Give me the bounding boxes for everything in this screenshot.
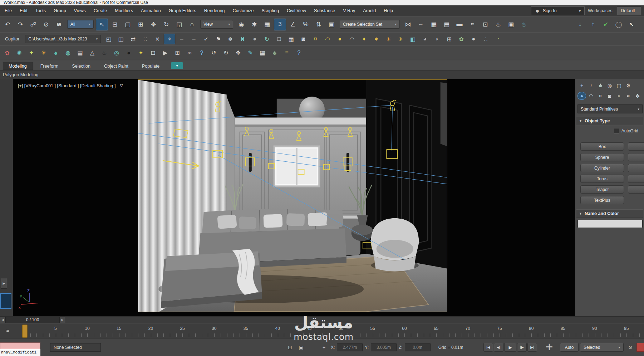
frame-back-button[interactable]: ◄ — [0, 317, 5, 323]
maxscript-listener-field[interactable]: nnay_modificati — [0, 349, 40, 356]
teapot-icon[interactable]: ♨ — [99, 48, 110, 58]
small-grid-icon[interactable]: ▦ — [257, 48, 268, 58]
menu-item[interactable]: Graph Editors — [165, 5, 200, 16]
mini-curve-editor-button[interactable]: ≈ — [3, 326, 12, 336]
primitive-button-partial[interactable]: P — [628, 175, 644, 183]
rendered-frame-icon[interactable]: ▣ — [505, 19, 517, 30]
hierarchy-tab-icon[interactable]: ⋔ — [596, 82, 605, 89]
ribbon-toggle-icon[interactable]: ▬ — [453, 19, 466, 30]
project-path-dropdown[interactable]: C:\Users\wan\...\3ds Max 2023 ▾ — [25, 35, 101, 43]
gray-sphere-icon[interactable]: ● — [249, 34, 260, 44]
menu-item[interactable]: Modifiers — [111, 5, 137, 16]
scene-explorer-icon[interactable]: ▦ — [428, 19, 440, 30]
car-icon[interactable]: ∞ — [184, 48, 195, 58]
ribbon-config-button[interactable]: ▾ — [171, 62, 183, 69]
create-selection-set-dropdown[interactable]: Create Selection Set ▾ — [340, 20, 400, 29]
named-selection-sets-icon[interactable]: ▣ — [325, 19, 338, 30]
selection-lock-icon[interactable]: ▣ — [296, 343, 306, 352]
copy-objects-icon[interactable]: ◰ — [103, 34, 114, 44]
primitive-button[interactable]: Box — [580, 142, 624, 151]
container-icon[interactable]: □ — [273, 34, 285, 44]
menu-item[interactable]: Customize — [228, 5, 257, 16]
select-by-name-icon[interactable]: ⊟ — [109, 19, 121, 30]
decrement-icon[interactable]: ‒ — [176, 34, 187, 44]
xref-icon[interactable]: ✖ — [237, 34, 248, 44]
menu-item[interactable]: Scripting — [257, 5, 283, 16]
select-object-icon[interactable]: ↖ — [96, 19, 108, 30]
arrow-cursor-icon[interactable]: ↖ — [625, 19, 638, 30]
camera-icon[interactable]: ◙ — [298, 34, 309, 44]
decrement2-icon[interactable]: ‒ — [188, 34, 200, 44]
pacman-icon[interactable]: ◔ — [492, 34, 503, 44]
select-and-rotate-icon[interactable]: ↻ — [160, 19, 172, 30]
forest-icon[interactable]: ♣ — [269, 48, 280, 58]
save-state-icon[interactable]: ↓ — [574, 19, 586, 30]
filter-funnel-icon[interactable]: ∇ — [120, 83, 123, 88]
reference-coordinate-dropdown[interactable]: View ▾ — [200, 20, 233, 29]
flag-icon[interactable]: ⚑ — [212, 34, 224, 44]
auto-key-button[interactable]: Auto — [560, 343, 579, 352]
align-icon[interactable]: ⇔ — [415, 19, 427, 30]
primitive-button[interactable]: Sphere — [580, 153, 624, 161]
script-list-icon[interactable]: ≡ — [281, 48, 292, 58]
workspaces-dropdown[interactable]: Default — [617, 6, 641, 15]
help-circle-icon[interactable]: ? — [196, 48, 207, 58]
orbit-cw-icon[interactable]: ↻ — [220, 48, 232, 58]
menu-item[interactable]: Rendering — [200, 5, 229, 16]
shaded-sphere-icon[interactable]: ◕ — [419, 34, 431, 44]
object-name-field[interactable] — [577, 220, 643, 228]
help2-circle-icon[interactable]: ? — [293, 48, 305, 58]
primitive-button[interactable]: TextPlus — [580, 196, 624, 204]
transform-typein-icon[interactable]: + — [319, 343, 329, 352]
primitive-button-partial[interactable] — [628, 185, 644, 194]
ribbon-tab[interactable]: Populate — [136, 62, 166, 70]
vray-cube-icon[interactable]: ◧ — [407, 34, 418, 44]
ribbon-tab[interactable]: Modeling — [2, 62, 33, 70]
motion-tab-icon[interactable]: ◎ — [605, 82, 614, 89]
primitive-button[interactable]: Teapot — [580, 185, 624, 194]
window-crossing-icon[interactable]: ⊞ — [134, 19, 147, 30]
hemisphere-icon[interactable]: ◗ — [431, 34, 443, 44]
freeze-icon[interactable]: ❄ — [225, 34, 236, 44]
plugin-flower2-icon[interactable]: ✺ — [14, 48, 25, 58]
primitive-button-partial[interactable] — [628, 142, 644, 151]
percent-snap-icon[interactable]: % — [300, 19, 312, 30]
primitive-button-partial[interactable]: Ge — [628, 153, 644, 161]
expand-panel-button[interactable]: ▶ — [1, 278, 7, 289]
select-and-move-icon[interactable]: ✥ — [147, 19, 159, 30]
x-coordinate-field[interactable]: 2.477m — [337, 343, 363, 351]
z-coordinate-field[interactable]: 0.0m — [405, 343, 431, 351]
paste-objects-icon[interactable]: ◫ — [115, 34, 127, 44]
angle-snap-icon[interactable]: ∠ — [287, 19, 299, 30]
unlink-selection-icon[interactable]: ⊘ — [40, 19, 52, 30]
go-to-end-button[interactable]: ▶| — [527, 343, 537, 352]
ribbon-tab[interactable]: Selection — [65, 62, 97, 70]
pan-hand-icon[interactable]: ✥ — [232, 48, 244, 58]
macro-recorder-field[interactable] — [0, 342, 40, 349]
create-tab-icon[interactable]: + — [577, 82, 586, 89]
geometry-category-icon[interactable]: ● — [577, 92, 586, 100]
menu-item[interactable]: File — [1, 5, 16, 16]
polygon-modeling-panel[interactable]: Polygon Modeling — [0, 70, 644, 79]
table-icon[interactable]: ▦ — [285, 34, 297, 44]
spinner-snap-icon[interactable]: ⇅ — [313, 19, 325, 30]
key-filters-icon[interactable] — [636, 343, 644, 352]
play-button[interactable]: ▶ — [504, 343, 516, 352]
star-light-icon[interactable]: ✶ — [370, 34, 382, 44]
list-panel-icon[interactable]: ▤ — [74, 48, 86, 58]
y-coordinate-field[interactable]: 3.005m — [371, 343, 397, 351]
ribbon-tab[interactable]: Freeform — [34, 62, 65, 70]
share-state-icon[interactable]: ↑ — [587, 19, 599, 30]
menu-item[interactable]: Tools — [31, 5, 50, 16]
set-key-button[interactable]: + — [541, 338, 557, 356]
health-check-icon[interactable]: ✔ — [600, 19, 612, 30]
timeline-ruler[interactable]: ≈ 5101520253035404550556065707580859095 — [0, 323, 644, 338]
systems-category-icon[interactable]: ✻ — [633, 92, 642, 100]
mirror-icon[interactable]: ⋈ — [402, 19, 414, 30]
select-and-link-icon[interactable]: ☍ — [27, 19, 39, 30]
orbit-ccw-icon[interactable]: ↺ — [208, 48, 220, 58]
primitives-dropdown[interactable]: Standard Primitives ▾ — [577, 104, 643, 113]
render-production-icon[interactable]: ♨ — [518, 19, 530, 30]
viewport-label-text[interactable]: [+] [VRayCam001 ] [Standard ] [Default S… — [18, 83, 115, 88]
sky-light-icon[interactable]: ◠ — [346, 34, 358, 44]
